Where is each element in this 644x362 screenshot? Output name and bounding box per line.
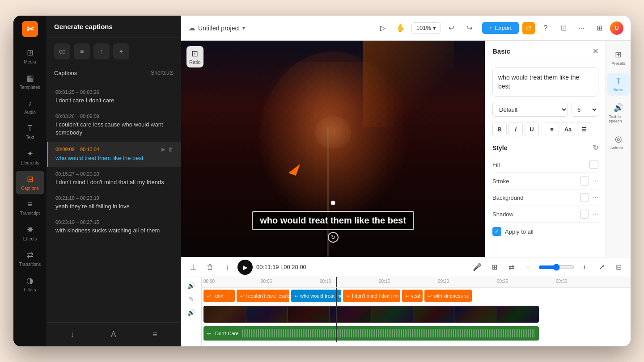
more-options-btn[interactable]: ··· <box>574 21 589 35</box>
stroke-more-btn[interactable]: ··· <box>593 177 598 185</box>
ruler-mark-6: 00:30 <box>556 279 567 284</box>
play-btn-toolbar[interactable]: ▷ <box>376 21 390 35</box>
top-bar-right: ↑ Export 🛡 ? ⊡ ··· ⊞ U <box>482 21 623 35</box>
caption-item-3[interactable]: 00:09:09 – 00:13:04 ▶ 🗑 who would treat … <box>47 142 181 167</box>
redo-btn[interactable]: ↪ <box>462 21 477 35</box>
font-size-select[interactable]: 6 <box>572 103 598 117</box>
audio-sync-btn[interactable]: ⊞ <box>487 261 501 274</box>
play-caption-icon[interactable]: ▶ <box>161 146 165 152</box>
svg-text:✂: ✂ <box>26 24 34 34</box>
fullscreen-btn[interactable]: ⤢ <box>595 261 608 274</box>
sidebar-item-elements[interactable]: ✦ Elements <box>16 145 44 169</box>
video-playhead <box>336 304 337 324</box>
caption-item-1[interactable]: 00:01:25 – 00:03:26 I don't care I don't… <box>47 85 181 109</box>
font-family-select[interactable]: Default <box>492 103 568 117</box>
caption-tab-cc[interactable]: cc <box>54 43 70 59</box>
fill-toggle[interactable] <box>589 160 598 169</box>
video-track[interactable] <box>203 306 539 323</box>
playhead[interactable] <box>336 277 337 287</box>
zoom-slider[interactable] <box>538 264 574 271</box>
delete-caption-icon[interactable]: 🗑 <box>168 146 174 152</box>
sidebar-item-label: Transcript <box>20 211 40 216</box>
preset-item-tts[interactable]: 🔊 Text to speech <box>607 99 630 127</box>
style-refresh-icon[interactable]: ↻ <box>593 143 598 152</box>
timeline-right-controls: 🎤 ⊞ ⇄ − + ⤢ ⊟ <box>470 261 625 274</box>
shortcuts-link[interactable]: Shortcuts <box>151 70 174 76</box>
caption-tab-style[interactable]: ✦ <box>113 43 129 59</box>
download-captions-btn[interactable]: ↓ <box>67 328 78 341</box>
transition-btn[interactable]: ⇄ <box>504 261 518 274</box>
play-pause-btn[interactable]: ▶ <box>237 260 253 275</box>
style-row-fill: Fill <box>492 156 598 173</box>
zoom-out-btn[interactable]: − <box>521 261 535 274</box>
caption-clip-4[interactable]: ↩ I don't mind I don't mi <box>343 290 400 302</box>
case-btn[interactable]: Aa <box>561 122 575 136</box>
sidebar-item-captions[interactable]: ⊟ Captions <box>16 171 44 194</box>
volume-btn-1[interactable]: 🔊 <box>185 279 198 292</box>
apply-to-all-checkbox[interactable]: ✓ <box>492 227 501 236</box>
caption-item-5[interactable]: 00:21:18 – 00:23:19 yeah they're all fal… <box>47 191 181 215</box>
italic-btn[interactable]: I <box>508 122 523 136</box>
sidebar-item-transitions[interactable]: ⇄ Transitions <box>16 247 44 270</box>
delete-clip-btn[interactable]: 🗑 <box>203 261 217 274</box>
share-btn[interactable]: ⊡ <box>556 21 571 35</box>
shadow-more-btn[interactable]: ··· <box>593 210 598 218</box>
underline-btn[interactable]: U <box>525 122 539 136</box>
caption-clip-1[interactable]: ↩ I don' <box>203 290 235 302</box>
caption-tab-text[interactable]: ≡ <box>74 43 90 59</box>
hand-tool-btn[interactable]: ✋ <box>394 21 408 35</box>
rotate-handle[interactable]: ↻ <box>328 232 339 243</box>
project-dropdown-arrow[interactable]: ▾ <box>242 25 245 31</box>
preset-item-animate[interactable]: ◎ Animat... <box>607 130 630 154</box>
sidebar-item-transcript[interactable]: ≡ Transcript <box>16 196 44 219</box>
shadow-toggle[interactable] <box>580 210 589 219</box>
spacing-btn[interactable]: ☰ <box>577 122 591 136</box>
layout-btn[interactable]: ⊞ <box>592 21 606 35</box>
preset-item-presets[interactable]: ⊞ Presets <box>607 46 630 69</box>
caption-text-3: who would treat them like the best <box>55 154 174 162</box>
sidebar-item-media[interactable]: ⊞ Media <box>16 44 44 68</box>
caption-text-6: with kindness sucks watching all of them <box>55 227 174 235</box>
zoom-control[interactable]: 101% ▾ <box>411 22 441 34</box>
align-btn[interactable]: ≡ <box>545 122 559 136</box>
translate-captions-btn[interactable]: A <box>107 328 120 341</box>
bold-btn[interactable]: B <box>492 122 507 136</box>
undo-btn[interactable]: ↩ <box>445 21 459 35</box>
caption-item-4[interactable]: 00:15:27 – 00:20:20 I don't mind I don't… <box>47 167 181 191</box>
caption-clip-5[interactable]: ↩ yeah <box>402 290 423 302</box>
help-btn[interactable]: ? <box>538 21 553 35</box>
caption-clip-3[interactable]: ↩ who would treat the... <box>291 290 341 302</box>
sidebar-item-templates[interactable]: ▦ Templates <box>16 70 44 93</box>
caption-actions: ▶ 🗑 <box>161 146 174 152</box>
caption-tab-upload[interactable]: ↑ <box>93 43 110 59</box>
background-more-btn[interactable]: ··· <box>593 194 598 202</box>
volume-btn-2[interactable]: 🔊 <box>185 306 198 319</box>
ratio-control[interactable]: ⊡ Ratio <box>186 46 203 67</box>
sidebar-item-label: Elements <box>21 160 39 165</box>
panel-title: Basic <box>492 47 510 55</box>
caption-clip-6[interactable]: ↩ with kindness su <box>424 290 472 302</box>
text-preview-box[interactable]: who would treat them like the best <box>492 67 598 97</box>
sidebar-item-label: Templates <box>20 85 40 90</box>
sidebar-item-effects[interactable]: ✸ Effects <box>16 221 44 245</box>
sidebar-item-text[interactable]: T Text <box>16 120 44 143</box>
caption-layout-btn[interactable]: ⊟ <box>612 261 625 274</box>
mic-btn[interactable]: 🎤 <box>470 261 484 274</box>
preset-item-basic[interactable]: T Basic <box>607 73 630 96</box>
zoom-in-btn[interactable]: + <box>578 261 591 274</box>
settings-captions-btn[interactable]: ≡ <box>149 328 161 341</box>
text-icon: T <box>28 124 33 133</box>
split-btn[interactable]: ⊥ <box>186 261 200 274</box>
edit-btn-1[interactable]: ✎ <box>185 292 198 306</box>
caption-item-2[interactable]: 00:03:26 – 00:09:09 I couldn't care less… <box>47 109 181 141</box>
caption-clip-2[interactable]: ↩ I couldn't care less'cause <box>237 290 289 302</box>
export-button[interactable]: ↑ Export <box>482 22 519 34</box>
caption-item-6[interactable]: 00:23:19 – 00:27:15 with kindness sucks … <box>47 215 181 239</box>
audio-track[interactable]: ↩ I Don't Care <box>203 326 539 341</box>
sidebar-item-audio[interactable]: ♪ Audio <box>16 95 44 118</box>
background-toggle[interactable] <box>580 193 589 202</box>
panel-close-btn[interactable]: ✕ <box>593 47 598 55</box>
stroke-toggle[interactable] <box>580 177 589 185</box>
sidebar-item-filters[interactable]: ◑ Filters <box>16 272 44 296</box>
download-btn[interactable]: ↓ <box>220 261 234 274</box>
